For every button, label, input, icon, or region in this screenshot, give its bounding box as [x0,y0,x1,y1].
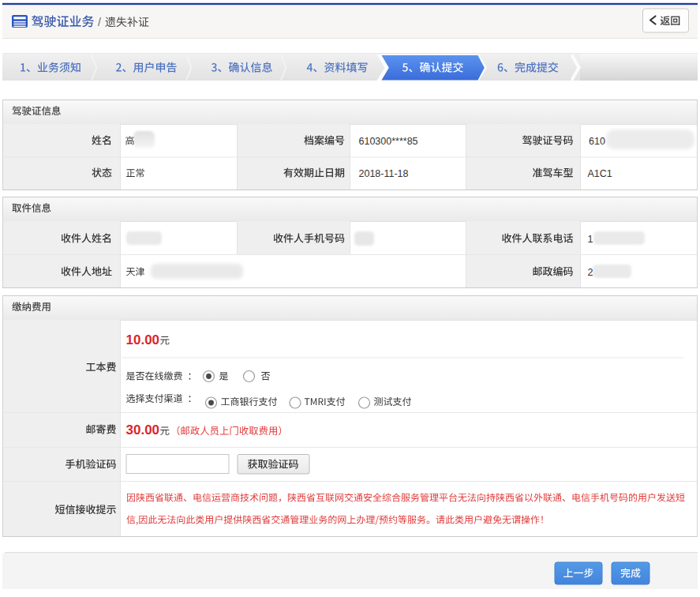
svg-text:2018-11-18: 2018-11-18 [359,168,409,179]
svg-text:A1C1: A1C1 [588,168,612,179]
svg-text:610300****85: 610300****85 [359,136,418,147]
svg-text:30.00: 30.00 [126,422,160,437]
svg-text:10.00: 10.00 [126,332,160,347]
svg-text:2: 2 [588,267,593,278]
svg-text:/: / [98,16,101,28]
svg-text:610: 610 [589,136,605,147]
svg-text:1: 1 [588,234,593,245]
